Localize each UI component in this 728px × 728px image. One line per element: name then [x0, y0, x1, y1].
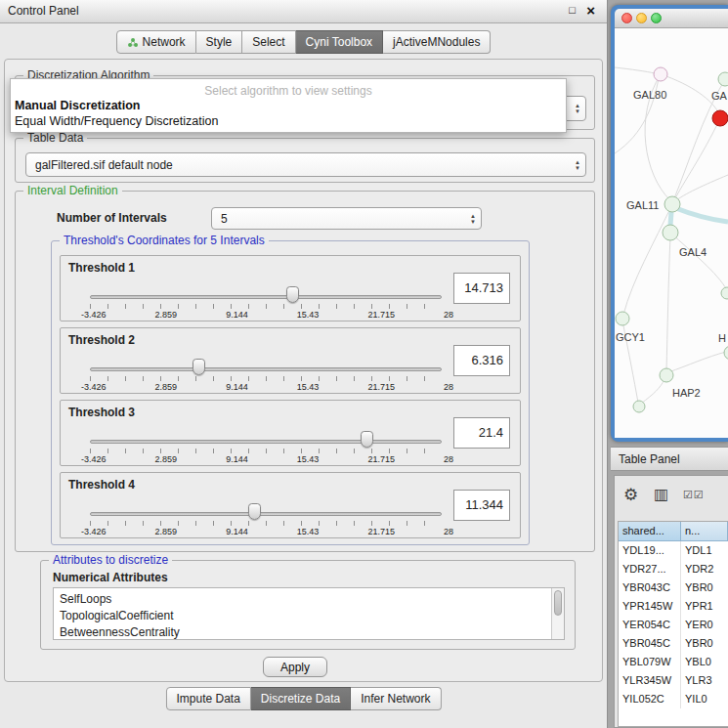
- attribute-item[interactable]: BetweennessCentrality: [54, 624, 564, 640]
- close-traffic-light-icon[interactable]: [621, 13, 632, 23]
- network-node[interactable]: [712, 110, 728, 126]
- tab-label: Discretize Data: [261, 692, 340, 706]
- column-header[interactable]: shared...: [619, 522, 681, 541]
- threshold-list: Threshold 1 -3.4262.8599.14415.4321.7152…: [60, 255, 521, 538]
- slider-track[interactable]: [90, 512, 442, 516]
- cell-name: YDL1: [681, 541, 728, 560]
- table-row[interactable]: YLR345WYLR3: [619, 671, 728, 690]
- scale-label: 9.144: [226, 454, 248, 464]
- apply-button[interactable]: Apply: [263, 657, 327, 677]
- threshold-value-field[interactable]: 6.316: [453, 345, 510, 376]
- node-table-body: YDL19...YDL1YDR27...YDR2YBR043CYBR0YPR14…: [619, 541, 728, 708]
- algorithm-option[interactable]: Manual Discretization: [11, 98, 566, 113]
- tab-cyni-toolbox[interactable]: Cyni Toolbox: [296, 30, 383, 54]
- tab-select[interactable]: Select: [242, 30, 295, 54]
- scale-label: 28: [444, 527, 453, 536]
- table-row[interactable]: YDL19...YDL1: [619, 541, 728, 560]
- threshold-box: Threshold 3 -3.4262.8599.14415.4321.7152…: [60, 400, 521, 466]
- network-canvas[interactable]: GAL80GAGAL11GAL4GCY1HHAP2: [615, 28, 728, 438]
- network-node-h[interactable]: [724, 346, 728, 360]
- slider-thumb[interactable]: [286, 286, 299, 303]
- slider-track[interactable]: [90, 367, 442, 371]
- column-header[interactable]: n...: [681, 522, 728, 541]
- table-row[interactable]: YPR145WYPR1: [619, 597, 728, 616]
- table-row[interactable]: YBR045CYBR0: [619, 634, 728, 653]
- combobox-stepper-icon[interactable]: ▲ ▼: [575, 103, 580, 114]
- slider-track[interactable]: [90, 295, 442, 299]
- scrollbar-thumb[interactable]: [554, 590, 562, 616]
- group-title: Attributes to discretize: [49, 553, 172, 567]
- network-graph-svg[interactable]: GAL80GAGAL11GAL4GCY1HHAP2: [615, 28, 728, 438]
- network-node-hap2[interactable]: [660, 368, 673, 382]
- network-node[interactable]: [721, 287, 728, 299]
- numerical-attributes-list[interactable]: SelfLoopsTopologicalCoefficientBetweenne…: [53, 587, 565, 640]
- slider-track[interactable]: [90, 440, 442, 444]
- scale-label: 2.859: [155, 527, 178, 536]
- table-row[interactable]: YBL079WYBL0: [619, 653, 728, 671]
- network-node-gal11[interactable]: [664, 196, 680, 212]
- threshold-value-field[interactable]: 21.4: [453, 417, 510, 449]
- bottom-tab-bar: Impute DataDiscretize DataInfer Network: [165, 687, 441, 710]
- minimize-traffic-light-icon[interactable]: [636, 13, 647, 23]
- tab-infer-network[interactable]: Infer Network: [351, 687, 441, 710]
- combobox-stepper-icon[interactable]: ▲ ▼: [575, 159, 580, 171]
- threshold-slider[interactable]: -3.4262.8599.14415.4321.71528: [90, 401, 442, 467]
- slider-thumb[interactable]: [193, 359, 205, 375]
- algorithm-option[interactable]: Equal Width/Frequency Discretization: [11, 113, 566, 129]
- columns-icon[interactable]: ▥: [654, 485, 668, 503]
- node-label: GAL80: [633, 89, 666, 101]
- threshold-slider[interactable]: -3.4262.8599.14415.4321.71528: [90, 256, 442, 322]
- tab-discretize-data[interactable]: Discretize Data: [251, 687, 351, 710]
- threshold-box: Threshold 4 -3.4262.8599.14415.4321.7152…: [60, 472, 521, 538]
- slider-scale-labels: -3.4262.8599.14415.4321.71528: [81, 527, 453, 536]
- threshold-slider[interactable]: -3.4262.8599.14415.4321.71528: [90, 328, 442, 395]
- tab-jactivemnodules[interactable]: jActiveMNodules: [383, 30, 491, 54]
- scale-label: 15.43: [297, 382, 320, 392]
- cyni-toolbox-panel: Discretization Algorithm ▲ ▼ Table Data …: [4, 59, 603, 682]
- table-row[interactable]: YIL052CYIL0: [619, 690, 728, 708]
- table-data-combobox[interactable]: galFiltered.sif default node ▲ ▼: [25, 152, 586, 177]
- tab-network[interactable]: Network: [116, 30, 196, 54]
- scale-label: -3.426: [81, 527, 107, 536]
- network-node-ga[interactable]: [718, 72, 728, 86]
- float-window-icon[interactable]: □: [569, 4, 576, 16]
- close-icon[interactable]: ×: [586, 2, 595, 19]
- attribute-item[interactable]: SelfLoops: [54, 588, 564, 608]
- slider-thumb[interactable]: [361, 431, 373, 448]
- list-scrollbar[interactable]: [551, 588, 564, 639]
- scale-label: 2.859: [155, 454, 178, 464]
- chevron-down-icon: ▼: [575, 108, 580, 114]
- gear-icon[interactable]: ⚙: [623, 485, 638, 505]
- number-of-intervals-value: 5: [221, 208, 228, 229]
- threshold-value-field[interactable]: 14.713: [453, 273, 510, 304]
- tab-label: Network: [143, 35, 186, 49]
- scale-label: 9.144: [226, 310, 248, 320]
- cell-name: YBR0: [681, 634, 728, 653]
- tab-style[interactable]: Style: [196, 30, 243, 54]
- table-row[interactable]: YDR27...YDR2: [619, 560, 728, 578]
- tab-label: jActiveMNodules: [393, 35, 480, 49]
- threshold-value-field[interactable]: 11.344: [453, 490, 510, 521]
- network-window-titlebar[interactable]: [615, 9, 728, 28]
- group-title: Table Data: [23, 131, 87, 145]
- select-columns-icon[interactable]: ☑☑: [683, 489, 705, 501]
- network-node-gal4[interactable]: [663, 225, 678, 240]
- threshold-slider[interactable]: -3.4262.8599.14415.4321.71528: [90, 473, 442, 539]
- network-node[interactable]: [633, 401, 645, 412]
- tab-label: Infer Network: [361, 692, 430, 706]
- node-table[interactable]: shared...n... YDL19...YDL1YDR27...YDR2YB…: [618, 521, 728, 727]
- scale-label: 21.715: [367, 454, 395, 464]
- attribute-item[interactable]: TopologicalCoefficient: [54, 608, 564, 624]
- number-of-intervals-combobox[interactable]: 5 ▲ ▼: [211, 207, 482, 230]
- table-panel-titlebar: Table Panel: [611, 447, 728, 471]
- cell-shared-name: YIL052C: [619, 690, 681, 708]
- network-node-gcy1[interactable]: [616, 312, 629, 325]
- network-node-gal80[interactable]: [654, 67, 667, 81]
- table-row[interactable]: YBR043CYBR0: [619, 578, 728, 597]
- zoom-traffic-light-icon[interactable]: [651, 13, 662, 23]
- table-row[interactable]: YER054CYER0: [619, 616, 728, 634]
- node-label: GAL11: [626, 199, 659, 211]
- slider-thumb[interactable]: [248, 503, 261, 520]
- combobox-stepper-icon[interactable]: ▲ ▼: [470, 213, 476, 225]
- tab-impute-data[interactable]: Impute Data: [165, 687, 250, 710]
